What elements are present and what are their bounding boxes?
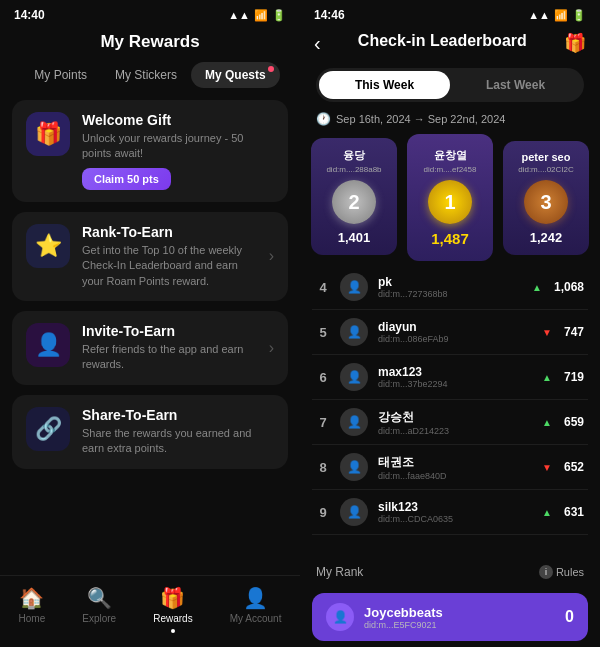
welcome-content: Welcome Gift Unlock your rewards journey… [82, 112, 274, 190]
lb-rank-8: 8 [316, 460, 330, 475]
nav-explore-label: Explore [82, 613, 116, 624]
invite-arrow: › [269, 339, 274, 357]
my-rank-did: did:m...E5FC9021 [364, 620, 443, 630]
nav-home-label: Home [19, 613, 46, 624]
lb-row-5: 5 👤 diayun did:m...086eFAb9 ▼ 747 [312, 310, 588, 355]
left-status-icons: ▲▲ 📶 🔋 [228, 9, 286, 22]
nav-account-label: My Account [230, 613, 282, 624]
my-rank-avatar: 👤 [326, 603, 354, 631]
tab-my-stickers[interactable]: My Stickers [101, 62, 191, 88]
lb-avatar-8: 👤 [340, 453, 368, 481]
lb-avatar-7: 👤 [340, 408, 368, 436]
rules-area: My Rank i Rules [300, 561, 600, 587]
lb-avatar-5: 👤 [340, 318, 368, 346]
invite-title: Invite-To-Earn [82, 323, 257, 339]
left-status-bar: 14:40 ▲▲ 📶 🔋 [0, 0, 300, 26]
lb-rank-7: 7 [316, 415, 330, 430]
nav-account[interactable]: 👤 My Account [230, 586, 282, 633]
share-title: Share-To-Earn [82, 407, 274, 423]
back-button[interactable]: ‹ [314, 32, 321, 55]
podium-rank3: peter seo did:m....02CI2C 3 1,242 [503, 141, 589, 255]
wifi-icon: 📶 [254, 9, 268, 22]
my-rank-info: Joycebbeats did:m...E5FC9021 [364, 605, 443, 630]
lb-info-7: 강승천 did:m...aD214223 [378, 409, 532, 436]
my-rank-name: Joycebbeats [364, 605, 443, 620]
date-range: 🕐 Sep 16th, 2024 → Sep 22nd, 2024 [300, 112, 600, 134]
podium3-score: 1,242 [530, 230, 563, 245]
lb-change-5: ▼ [542, 327, 552, 338]
podium1-score: 1,487 [431, 230, 469, 247]
left-time: 14:40 [14, 8, 45, 22]
lb-row-6: 6 👤 max123 did:m...37be2294 ▲ 719 [312, 355, 588, 400]
reward-welcome[interactable]: 🎁 Welcome Gift Unlock your rewards journ… [12, 100, 288, 202]
rules-button[interactable]: i Rules [539, 565, 584, 579]
lb-score-6: 719 [564, 370, 584, 384]
invite-content: Invite-To-Earn Refer friends to the app … [82, 323, 257, 373]
right-header: 14:46 ▲▲ 📶 🔋 [300, 0, 600, 26]
lb-name-9: silk123 [378, 500, 532, 514]
bronze-medal: 3 [524, 180, 568, 224]
lb-score-8: 652 [564, 460, 584, 474]
lb-info-9: silk123 did:m...CDCA0635 [378, 500, 532, 524]
right-status-icons: ▲▲ 📶 🔋 [528, 9, 586, 22]
nav-rewards[interactable]: 🎁 Rewards [153, 586, 192, 633]
date-range-text: Sep 16th, 2024 → Sep 22nd, 2024 [336, 113, 505, 125]
lb-info-6: max123 did:m...37be2294 [378, 365, 532, 389]
lb-row-8: 8 👤 태권조 did:m...faae840D ▼ 652 [312, 445, 588, 490]
podium2-did: did:m....288a8b [326, 165, 381, 174]
left-tabs: My Points My Stickers My Quests [0, 62, 300, 100]
lb-info-5: diayun did:m...086eFAb9 [378, 320, 532, 344]
share-content: Share-To-Earn Share the rewards you earn… [82, 407, 274, 457]
rules-info-icon: i [539, 565, 553, 579]
lb-row-4: 4 👤 pk did:m...727368b8 ▲ 1,068 [312, 265, 588, 310]
tab-my-quests[interactable]: My Quests [191, 62, 280, 88]
lb-change-6: ▲ [542, 372, 552, 383]
rewards-icon: 🎁 [160, 586, 185, 610]
reward-invite[interactable]: 👤 Invite-To-Earn Refer friends to the ap… [12, 311, 288, 385]
rank-icon: ⭐ [26, 224, 70, 268]
nav-home[interactable]: 🏠 Home [19, 586, 46, 633]
podium2-score: 1,401 [338, 230, 371, 245]
gift-icon[interactable]: 🎁 [564, 32, 586, 54]
tab-my-points[interactable]: My Points [20, 62, 101, 88]
gold-medal: 1 [428, 180, 472, 224]
rank-arrow: › [269, 247, 274, 265]
share-desc: Share the rewards you earned and earn ex… [82, 426, 274, 457]
podium3-did: did:m....02CI2C [518, 165, 574, 174]
lb-name-5: diayun [378, 320, 532, 334]
lb-row-9: 9 👤 silk123 did:m...CDCA0635 ▲ 631 [312, 490, 588, 535]
tab-last-week[interactable]: Last Week [450, 71, 581, 99]
invite-desc: Refer friends to the app and earn reward… [82, 342, 257, 373]
reward-share[interactable]: 🔗 Share-To-Earn Share the rewards you ea… [12, 395, 288, 469]
podium1-name: 윤창열 [434, 148, 467, 163]
welcome-desc: Unlock your rewards journey - 50 points … [82, 131, 274, 162]
reward-rank[interactable]: ⭐ Rank-To-Earn Get into the Top 10 of th… [12, 212, 288, 301]
podium-section: 융당 did:m....288a8b 2 1,401 윤창열 did:m....… [300, 134, 600, 265]
lb-rank-5: 5 [316, 325, 330, 340]
podium3-name: peter seo [522, 151, 571, 163]
right-wifi-icon: 📶 [554, 9, 568, 22]
clock-icon: 🕐 [316, 112, 331, 126]
lb-info-8: 태권조 did:m...faae840D [378, 454, 532, 481]
lb-info-4: pk did:m...727368b8 [378, 275, 522, 299]
account-icon: 👤 [243, 586, 268, 610]
home-icon: 🏠 [19, 586, 44, 610]
rank-title: Rank-To-Earn [82, 224, 257, 240]
lb-row-7: 7 👤 강승천 did:m...aD214223 ▲ 659 [312, 400, 588, 445]
right-signal-icon: ▲▲ [528, 9, 550, 21]
claim-button[interactable]: Claim 50 pts [82, 168, 171, 190]
lb-score-4: 1,068 [554, 280, 584, 294]
tab-this-week[interactable]: This Week [319, 71, 450, 99]
battery-icon: 🔋 [272, 9, 286, 22]
podium-rank2: 융당 did:m....288a8b 2 1,401 [311, 138, 397, 255]
lb-score-9: 631 [564, 505, 584, 519]
lb-change-9: ▲ [542, 507, 552, 518]
my-rank-score: 0 [565, 608, 574, 626]
signal-icon: ▲▲ [228, 9, 250, 21]
nav-explore[interactable]: 🔍 Explore [82, 586, 116, 633]
lb-did-6: did:m...37be2294 [378, 379, 532, 389]
right-panel: 14:46 ▲▲ 📶 🔋 ‹ Check-in Leaderboard 🎁 Th… [300, 0, 600, 647]
podium2-name: 융당 [343, 148, 365, 163]
my-rank-bar: 👤 Joycebbeats did:m...E5FC9021 0 [312, 593, 588, 641]
left-panel: 14:40 ▲▲ 📶 🔋 My Rewards My Points My Sti… [0, 0, 300, 647]
